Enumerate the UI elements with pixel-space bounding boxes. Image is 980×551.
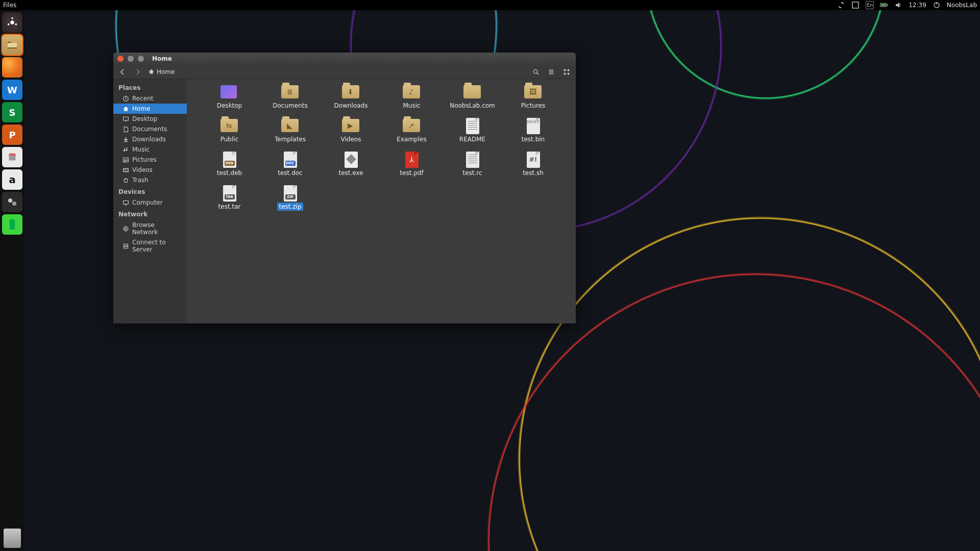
file-label: test.exe	[337, 169, 364, 177]
sidebar-item-desktop[interactable]: Desktop	[113, 114, 187, 124]
sidebar-item-music[interactable]: Music	[113, 144, 187, 155]
launcher-amazon[interactable]: a	[2, 169, 22, 190]
sidebar-item-videos[interactable]: Videos	[113, 165, 187, 175]
launcher-power-stats[interactable]	[2, 214, 22, 235]
script-file-icon	[527, 152, 540, 168]
exe-file-icon	[345, 152, 358, 168]
launcher-writer[interactable]: W	[2, 80, 22, 100]
search-button[interactable]	[531, 67, 541, 77]
file-item-test-zip[interactable]: ZIPtest.zip	[260, 185, 321, 211]
svg-rect-23	[124, 168, 129, 172]
file-label: Music	[401, 102, 422, 110]
sidebar-item-label: Desktop	[132, 115, 158, 122]
nav-forward-button[interactable]	[133, 67, 143, 77]
file-item-templates[interactable]: ◣Templates	[260, 118, 321, 143]
folder-icon: 🗎	[281, 85, 299, 98]
file-label: Public	[219, 135, 240, 143]
file-item-pictures[interactable]: 🖼Pictures	[503, 84, 564, 110]
launcher-files[interactable]	[2, 35, 22, 55]
file-item-music[interactable]: ♪Music	[381, 84, 442, 110]
file-item-test-doc[interactable]: DOCtest.doc	[260, 152, 321, 177]
launcher-dash[interactable]	[2, 12, 22, 33]
app-menu-label[interactable]: Files	[3, 2, 16, 9]
file-label: Examples	[395, 135, 428, 143]
file-item-videos[interactable]: ▶Videos	[321, 118, 381, 143]
nav-back-button[interactable]	[117, 67, 128, 77]
sidebar-item-browse-network[interactable]: Browse Network	[113, 220, 187, 237]
svg-point-9	[8, 23, 10, 26]
unity-launcher: W S P a	[0, 10, 24, 416]
file-item-test-rc[interactable]: test.rc	[442, 152, 503, 177]
top-panel: Files En 12:39 NoobsLab	[0, 0, 743, 10]
sidebar-item-label: Recent	[132, 95, 153, 102]
view-grid-button[interactable]	[561, 67, 572, 77]
launcher-impress[interactable]: P	[2, 124, 22, 145]
file-label: test.deb	[215, 169, 243, 177]
breadcrumb[interactable]: Home	[148, 68, 175, 76]
file-label: Desktop	[215, 102, 244, 110]
sidebar-item-documents[interactable]: Documents	[113, 124, 187, 134]
sidebar: Places RecentHomeDesktopDocumentsDownloa…	[113, 79, 187, 323]
sidebar-item-label: Computer	[132, 199, 163, 206]
sidebar-item-recent[interactable]: Recent	[113, 93, 187, 104]
file-item-test-pdf[interactable]: ⅄test.pdf	[381, 152, 442, 177]
text-file-icon	[466, 118, 479, 134]
file-item-downloads[interactable]: ⬇Downloads	[321, 84, 381, 110]
sidebar-item-downloads[interactable]: Downloads	[113, 134, 187, 144]
window-maximize-button[interactable]	[138, 56, 144, 62]
file-manager-window: Home Home Places RecentHomeDesktopDocume…	[113, 53, 576, 323]
window-title: Home	[152, 55, 172, 62]
file-item-test-deb[interactable]: DEBtest.deb	[199, 152, 260, 177]
folder-icon	[463, 85, 481, 98]
sidebar-item-label: Trash	[132, 177, 149, 184]
window-minimize-button[interactable]	[128, 56, 134, 62]
file-item-readme[interactable]: README	[442, 118, 503, 143]
sidebar-item-pictures[interactable]: Pictures	[113, 155, 187, 165]
folder-icon: ◣	[281, 119, 299, 132]
launcher-settings[interactable]	[2, 192, 22, 212]
file-item-test-tar[interactable]: TARtest.tar	[199, 185, 260, 211]
view-list-button[interactable]	[546, 67, 556, 77]
svg-point-7	[11, 17, 13, 19]
file-item-desktop[interactable]: Desktop	[199, 84, 260, 110]
file-label: test.bin	[520, 135, 546, 143]
window-titlebar[interactable]: Home	[113, 53, 576, 65]
archive-file-icon: DOC	[284, 152, 297, 168]
window-close-button[interactable]	[117, 56, 124, 62]
sidebar-item-computer[interactable]: Computer	[113, 197, 187, 208]
svg-rect-13	[11, 219, 13, 220]
sidebar-item-label: Pictures	[132, 156, 157, 163]
sidebar-item-trash[interactable]: Trash	[113, 175, 187, 185]
sidebar-item-label: Documents	[132, 126, 167, 133]
file-item-noobslab-com[interactable]: NoobsLab.com	[442, 84, 503, 110]
svg-point-22	[125, 159, 126, 160]
file-item-test-bin[interactable]: test.bin	[503, 118, 564, 143]
svg-rect-12	[10, 220, 15, 230]
sidebar-item-home[interactable]: Home	[113, 104, 187, 114]
file-label: Pictures	[520, 102, 547, 110]
folder-icon: ▶	[342, 119, 359, 132]
folder-icon: ♪	[403, 85, 420, 98]
file-label: Documents	[271, 102, 309, 110]
file-label: Downloads	[333, 102, 370, 110]
file-item-public[interactable]: ⇆Public	[199, 118, 260, 143]
file-item-documents[interactable]: 🗎Documents	[260, 84, 321, 110]
svg-rect-26	[124, 244, 128, 245]
svg-rect-17	[564, 72, 566, 74]
file-label: test.rc	[461, 169, 483, 177]
file-item-test-exe[interactable]: test.exe	[321, 152, 381, 177]
launcher-calc[interactable]: S	[2, 102, 22, 122]
file-label: test.sh	[521, 169, 545, 177]
file-grid[interactable]: Desktop🗎Documents⬇Downloads♪MusicNoobsLa…	[187, 79, 576, 323]
launcher-software-center[interactable]	[2, 147, 22, 167]
file-label: NoobsLab.com	[448, 102, 497, 110]
sidebar-item-connect-to-server[interactable]: Connect to Server	[113, 237, 187, 255]
folder-icon: ⇆	[220, 119, 238, 132]
launcher-firefox[interactable]	[2, 57, 22, 78]
file-item-test-sh[interactable]: test.sh	[503, 152, 564, 177]
folder-icon: 🖼	[524, 85, 542, 98]
sidebar-item-label: Connect to Server	[132, 239, 182, 253]
pdf-file-icon: ⅄	[405, 152, 419, 168]
file-item-examples[interactable]: ↗Examples	[381, 118, 442, 143]
file-label: Videos	[339, 135, 363, 143]
